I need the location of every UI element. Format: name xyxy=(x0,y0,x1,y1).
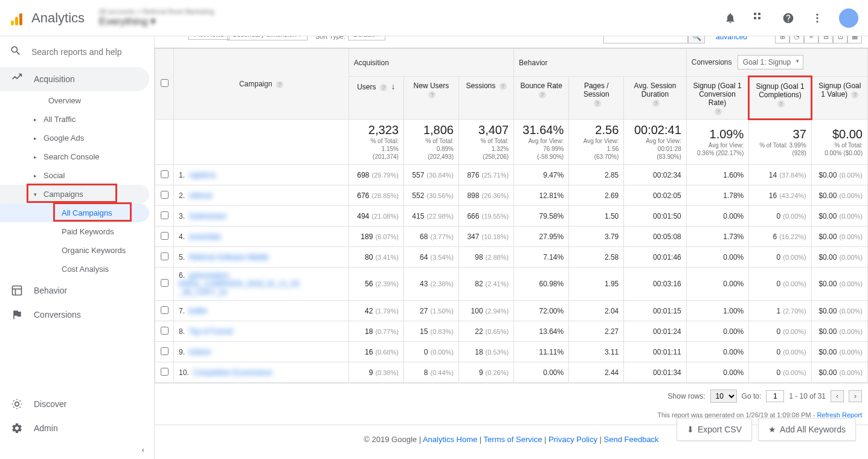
col-value[interactable]: Signup (Goal 1 Value) ? xyxy=(811,77,867,120)
row-checkbox[interactable] xyxy=(161,232,169,240)
notifications-icon[interactable] xyxy=(723,11,738,25)
collapse-sidebar-icon[interactable]: ‹ xyxy=(0,440,154,459)
pagination-bar: Show rows: 10 Go to: 1 - 10 of 31 ‹ › xyxy=(155,383,868,409)
page-range: 1 - 10 of 31 xyxy=(789,392,826,400)
row-checkbox[interactable] xyxy=(161,191,169,199)
apps-icon[interactable] xyxy=(752,11,767,25)
campaigns-table: Campaign ? Acquisition Behavior Conversi… xyxy=(155,48,868,383)
table-row[interactable]: 4. essentials 189(8.07%) 68(3.77%) 347(1… xyxy=(155,226,868,247)
export-csv-button[interactable]: ⬇Export CSV xyxy=(677,418,752,441)
campaign-name[interactable]: Top of Funnel xyxy=(189,327,233,336)
row-checkbox[interactable] xyxy=(161,211,169,219)
view-comparison-icon[interactable]: ⊟ xyxy=(818,36,833,43)
col-completions[interactable]: Signup (Goal 1 Completions)? xyxy=(749,77,812,120)
nav-cost-analysis[interactable]: Cost Analysis xyxy=(0,260,154,278)
campaign-name[interactable]: capterra xyxy=(189,171,216,179)
prev-page-button[interactable]: ‹ xyxy=(831,390,844,402)
nav-campaigns[interactable]: Campaigns xyxy=(0,185,149,204)
svg-point-4 xyxy=(816,13,818,15)
col-sessions[interactable]: Sessions ? xyxy=(459,77,514,120)
svg-point-6 xyxy=(816,21,818,22)
table-row[interactable]: 2. referral 676(28.85%) 552(30.56%) 898(… xyxy=(155,185,868,206)
row-checkbox[interactable] xyxy=(161,368,169,376)
more-icon[interactable] xyxy=(810,11,825,25)
row-checkbox[interactable] xyxy=(161,279,169,287)
sort-type-button[interactable]: Default ▾ xyxy=(348,36,385,40)
row-checkbox[interactable] xyxy=(161,170,169,178)
behavior-group: Behavior xyxy=(514,49,687,77)
view-cloud-icon[interactable]: ▦ xyxy=(847,36,862,43)
nav-overview[interactable]: Overview xyxy=(0,91,154,110)
view-percentage-icon[interactable]: ◔ xyxy=(789,36,804,43)
campaign-name[interactable]: Submission xyxy=(189,212,227,220)
nav-organic-keywords[interactable]: Organic Keywords xyxy=(0,241,154,260)
table-search[interactable]: 🔍 xyxy=(603,36,705,43)
campaign-name[interactable]: Referral Software Middle xyxy=(189,253,269,262)
footer-tos[interactable]: Terms of Service xyxy=(484,435,542,444)
nav-google-ads[interactable]: Google Ads xyxy=(0,129,154,147)
table-row[interactable]: 6. gotocreators EMAIL_CAMPAIGN_2019_01_1… xyxy=(155,268,868,301)
product-name: Analytics xyxy=(31,10,85,26)
nav-behavior[interactable]: Behavior xyxy=(0,278,154,303)
col-avg-duration[interactable]: Avg. Session Duration? xyxy=(624,77,687,120)
nav-paid-keywords[interactable]: Paid Keywords xyxy=(0,222,154,241)
plot-rows-button[interactable]: Plot Rows xyxy=(188,36,230,40)
add-all-keywords-button[interactable]: ★Add All Keywords xyxy=(758,418,856,441)
campaign-name[interactable]: buffer xyxy=(189,307,207,315)
svg-rect-3 xyxy=(758,17,760,19)
user-avatar[interactable] xyxy=(839,8,858,28)
search-input[interactable] xyxy=(31,47,144,57)
next-page-button[interactable]: › xyxy=(849,390,862,402)
footer-feedback[interactable]: Send Feedback xyxy=(604,435,659,444)
nav-acquisition[interactable]: Acquisition xyxy=(0,67,149,91)
select-all-checkbox[interactable] xyxy=(155,49,174,120)
table-row[interactable]: 9. bottom 16(0.68%) 0(0.00%) 18(0.53%) 1… xyxy=(155,342,868,362)
svg-rect-0 xyxy=(754,13,756,15)
account-selector[interactable]: All accounts > Referral Rock Marketing E… xyxy=(99,8,214,28)
table-row[interactable]: 5. Referral Software Middle 80(3.41%) 64… xyxy=(155,247,868,268)
campaign-header[interactable]: Campaign ? xyxy=(174,49,349,120)
col-new-users[interactable]: New Users? xyxy=(403,77,458,120)
footer-analytics-home[interactable]: Analytics Home xyxy=(423,435,477,444)
col-pages-session[interactable]: Pages / Session? xyxy=(569,77,624,120)
rows-select[interactable]: 10 xyxy=(710,390,737,403)
view-performance-icon[interactable]: ≡ xyxy=(804,36,818,43)
view-data-icon[interactable]: ⊞ xyxy=(775,36,789,43)
acquisition-group: Acquisition xyxy=(349,49,513,77)
col-conv-rate[interactable]: Signup (Goal 1 Conversion Rate)? xyxy=(686,77,749,120)
row-checkbox[interactable] xyxy=(161,347,169,355)
nav-conversions[interactable]: Conversions xyxy=(0,303,154,327)
campaign-name[interactable]: essentials xyxy=(189,233,221,241)
table-row[interactable]: 10. Competition Ecommerce 9(0.38%) 8(0.4… xyxy=(155,362,868,383)
nav-search-console[interactable]: Search Console xyxy=(0,147,154,166)
view-pivot-icon[interactable]: ⊡ xyxy=(833,36,847,43)
help-icon[interactable] xyxy=(781,11,796,25)
table-row[interactable]: 7. buffer 42(1.79%) 27(1.50%) 100(2.94%)… xyxy=(155,301,868,321)
nav-discover[interactable]: Discover xyxy=(0,392,154,416)
table-row[interactable]: 8. Top of Funnel 18(0.77%) 15(0.83%) 22(… xyxy=(155,321,868,342)
svg-point-5 xyxy=(816,17,818,19)
col-users[interactable]: Users ? ↓ xyxy=(349,77,403,120)
search-icon xyxy=(10,45,22,59)
row-checkbox[interactable] xyxy=(161,306,169,314)
row-checkbox[interactable] xyxy=(161,327,169,335)
nav-social[interactable]: Social xyxy=(0,166,154,185)
advanced-link[interactable]: advanced xyxy=(716,36,747,41)
acquisition-icon xyxy=(10,73,24,85)
goal-selector[interactable]: Goal 1: Signup xyxy=(738,55,803,69)
table-row[interactable]: 3. Submission 494(21.08%) 415(22.98%) 66… xyxy=(155,206,868,226)
footer-privacy[interactable]: Privacy Policy xyxy=(548,435,597,444)
campaign-name[interactable]: gotocreators EMAIL_CAMPAIGN_2019_01_11_0… xyxy=(179,271,299,297)
goto-input[interactable] xyxy=(766,390,784,402)
campaign-name[interactable]: referral xyxy=(189,191,212,200)
svg-rect-1 xyxy=(758,13,760,15)
nav-admin[interactable]: Admin xyxy=(0,416,154,440)
table-row[interactable]: 1. capterra 698(29.79%) 557(30.84%) 876(… xyxy=(155,165,868,185)
col-bounce-rate[interactable]: Bounce Rate? xyxy=(514,77,569,120)
nav-all-traffic[interactable]: All Traffic xyxy=(0,110,154,129)
row-checkbox[interactable] xyxy=(161,252,169,260)
secondary-dimension-button[interactable]: Secondary dimension ▾ xyxy=(227,36,307,40)
campaign-name[interactable]: Competition Ecommerce xyxy=(193,368,272,377)
nav-all-campaigns[interactable]: All Campaigns xyxy=(0,204,149,222)
campaign-name[interactable]: bottom xyxy=(189,348,211,356)
